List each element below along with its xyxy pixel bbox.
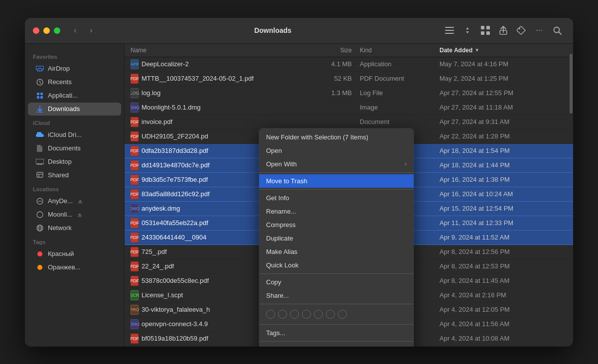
- file-date: May 2, 2024 at 1:25 PM: [440, 75, 567, 82]
- tag-circle[interactable]: [290, 310, 299, 319]
- tag-circle[interactable]: [326, 310, 335, 319]
- back-button[interactable]: ‹: [68, 23, 82, 37]
- anydesk-icon: [36, 197, 44, 205]
- sidebar-item-airdrop[interactable]: AirDrop: [28, 62, 121, 75]
- svg-rect-4: [486, 26, 490, 29]
- context-menu-item-make-alias[interactable]: Make Alias: [259, 245, 414, 258]
- file-name: 0dfa2b3187dd3d28.pdf: [142, 147, 208, 154]
- svg-rect-15: [37, 96, 39, 99]
- sidebar-item-recents-label: Recents: [48, 78, 72, 86]
- file-name: 243306441440__0904: [142, 234, 206, 241]
- sidebar-item-network[interactable]: Network: [28, 222, 121, 235]
- scrollbar[interactable]: [569, 44, 573, 347]
- file-kind: Log File: [360, 89, 440, 97]
- col-size-header[interactable]: Size: [310, 47, 360, 54]
- context-menu-item-open[interactable]: Open: [259, 144, 414, 157]
- context-menu-item-label: Quick Look: [266, 261, 299, 269]
- svg-rect-27: [78, 203, 82, 204]
- sidebar-item-desktop-label: Desktop: [48, 158, 72, 165]
- sidebar-item-desktop[interactable]: Desktop: [28, 155, 121, 168]
- tag-button[interactable]: [513, 22, 529, 38]
- file-name: Moonlight-5.0.1.dmg: [142, 104, 201, 111]
- context-menu-item-duplicate[interactable]: Duplicate: [259, 232, 414, 245]
- sidebar-item-documents[interactable]: Documents: [28, 142, 121, 155]
- sidebar-item-red-tag[interactable]: Красный: [28, 247, 121, 260]
- file-icon: PDF: [131, 117, 139, 127]
- file-kind: Image: [360, 104, 440, 111]
- sidebar-item-shared-label: Shared: [48, 171, 69, 179]
- svg-rect-1: [445, 30, 454, 31]
- list-view-button[interactable]: [442, 22, 457, 38]
- file-name: openvpn-connect-3.4.9: [142, 320, 208, 328]
- file-date: Apr 16, 2024 at 10:24 AM: [440, 190, 567, 198]
- minimize-button[interactable]: [43, 27, 50, 34]
- tag-circle[interactable]: [266, 310, 275, 319]
- table-row[interactable]: DMG Moonlight-5.0.1.dmg Image Apr 27, 20…: [125, 101, 573, 115]
- search-button[interactable]: [549, 22, 565, 38]
- context-menu-item-move-to-trash[interactable]: Move to Trash: [259, 174, 414, 188]
- tag-circle[interactable]: [314, 310, 323, 319]
- nav-buttons: ‹ ›: [68, 23, 98, 37]
- table-row[interactable]: PDF MTTB__100374537_2024-05-02_1.pdf 52 …: [125, 72, 573, 86]
- maximize-button[interactable]: [54, 27, 60, 34]
- sidebar-item-icloud-drive[interactable]: iCloud Dri...: [28, 128, 121, 141]
- share-button[interactable]: [495, 22, 511, 38]
- submenu-arrow-icon: ›: [405, 161, 407, 167]
- col-name-header[interactable]: Name: [131, 47, 310, 54]
- file-name-cell: APP DeepLocalizer-2: [131, 59, 310, 69]
- file-name: 30-viktorya_falaleeva_h: [142, 306, 210, 313]
- orange-tag-icon: [36, 263, 44, 271]
- tag-circle[interactable]: [338, 310, 347, 319]
- sidebar-item-moonlight[interactable]: Moonli...: [28, 208, 121, 221]
- tag-circle[interactable]: [278, 310, 287, 319]
- col-kind-header[interactable]: Kind: [360, 47, 440, 54]
- sidebar-item-anydesk[interactable]: AnyDe...: [28, 195, 121, 208]
- forward-button[interactable]: ›: [84, 23, 98, 37]
- file-date: Apr 27, 2024 at 11:18 AM: [440, 104, 567, 111]
- tag-circle[interactable]: [302, 310, 311, 319]
- context-menu-item-compress[interactable]: Compress: [259, 218, 414, 232]
- context-menu-item-open-with[interactable]: Open With›: [259, 157, 414, 171]
- context-menu-item-quick-actions[interactable]: Quick Actions›: [259, 343, 414, 347]
- file-name-cell: LOG log.log: [131, 88, 310, 98]
- traffic-lights: [33, 27, 60, 34]
- icloud-icon: [36, 131, 44, 139]
- sidebar-item-downloads[interactable]: Downloads: [28, 103, 121, 116]
- scrollbar-thumb[interactable]: [570, 54, 573, 114]
- file-name: log.log: [142, 89, 160, 97]
- context-menu-item-new-folder[interactable]: New Folder with Selection (7 Items): [259, 130, 414, 144]
- file-size: 4.1 MB: [310, 60, 360, 68]
- svg-point-30: [37, 225, 43, 231]
- sidebar-item-orange-tag[interactable]: Оранжев...: [28, 261, 121, 274]
- table-row[interactable]: PDF invoice.pdf Document Apr 27, 2024 at…: [125, 115, 573, 129]
- context-menu-separator: [259, 341, 414, 342]
- sidebar-item-shared[interactable]: Shared: [28, 169, 121, 182]
- sort-button[interactable]: [459, 22, 475, 38]
- table-row[interactable]: LOG log.log 1.3 MB Log File Apr 27, 2024…: [125, 86, 573, 101]
- sidebar-item-downloads-label: Downloads: [48, 105, 80, 113]
- context-menu-item-share[interactable]: Share...: [259, 289, 414, 302]
- file-date: Apr 8, 2024 at 11:45 AM: [440, 277, 567, 284]
- context-menu-item-label: Quick Actions: [266, 346, 305, 347]
- context-menu-item-get-info[interactable]: Get Info: [259, 191, 414, 205]
- network-icon: [36, 224, 44, 232]
- file-kind: PDF Document: [360, 75, 440, 82]
- more-button[interactable]: ···: [531, 22, 547, 38]
- sidebar-item-recents[interactable]: Recents: [28, 76, 121, 89]
- sidebar-item-red-label: Красный: [48, 250, 74, 257]
- grid-view-button[interactable]: [477, 22, 493, 38]
- svg-line-10: [559, 32, 561, 34]
- sidebar-item-documents-label: Documents: [48, 144, 81, 152]
- sidebar-item-orange-label: Оранжев...: [48, 263, 80, 271]
- close-button[interactable]: [33, 27, 39, 34]
- table-row[interactable]: APP DeepLocalizer-2 4.1 MB Application M…: [125, 57, 573, 72]
- col-date-header[interactable]: Date Added ▼: [440, 47, 567, 54]
- context-menu-item-rename[interactable]: Rename...: [259, 205, 414, 218]
- sidebar-item-network-label: Network: [48, 224, 72, 232]
- sidebar-item-applications[interactable]: Applicati...: [28, 89, 121, 102]
- file-date: Apr 16, 2024 at 1:38 PM: [440, 176, 567, 183]
- context-menu-item-tags[interactable]: Tags...: [259, 326, 414, 340]
- context-menu-item-copy[interactable]: Copy: [259, 275, 414, 289]
- file-icon: PDF: [131, 175, 139, 185]
- context-menu-item-quick-look[interactable]: Quick Look: [259, 258, 414, 272]
